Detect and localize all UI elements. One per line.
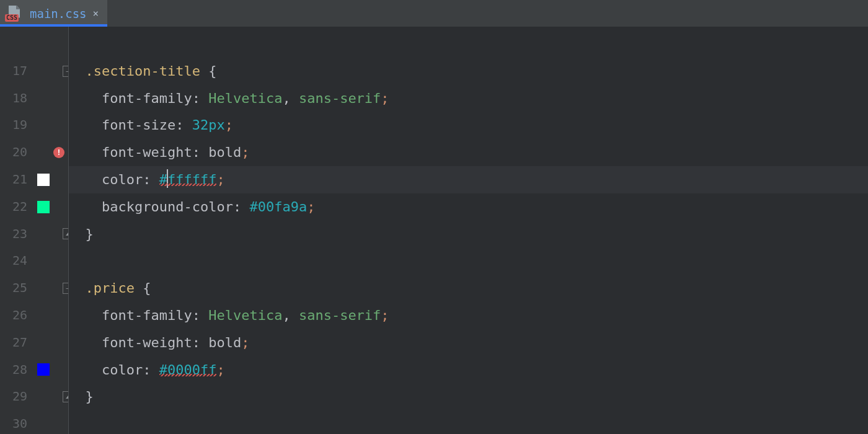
code-line[interactable]: background-color: #00fa9a; [69,193,868,221]
close-icon[interactable]: × [93,7,99,19]
error-bulb-icon[interactable]: ! [53,147,64,158]
tab-bar: CSS main.css × [0,0,868,27]
code-line[interactable]: font-size: 32px; [69,112,868,139]
css-file-icon: CSS [5,6,24,22]
code-line[interactable] [69,30,868,58]
color-swatch[interactable] [37,201,50,213]
code-line[interactable]: font-weight: bold; [69,139,868,166]
code-line[interactable]: font-family: Helvetica, sans-serif; [69,85,868,112]
color-swatch[interactable] [37,363,50,376]
gutter-line-numbers: 17 18 19 20 21 22 23 24 25 26 27 28 29 3… [0,27,33,434]
fold-icon[interactable] [63,283,68,294]
code-line-active[interactable]: color: #ffffff; [69,166,868,193]
code-line[interactable]: font-family: Helvetica, sans-serif; [69,302,868,329]
code-line[interactable] [69,247,868,275]
color-swatch[interactable] [37,174,50,186]
code-line[interactable] [69,410,868,434]
code-line[interactable]: } [69,383,868,410]
code-line[interactable]: .price { [69,275,868,302]
tab-filename: main.css [30,7,87,20]
code-area[interactable]: .section-title { font-family: Helvetica,… [68,27,868,434]
code-line[interactable]: } [69,221,868,248]
fold-end-icon[interactable] [63,391,68,402]
code-line[interactable]: color: #0000ff; [69,356,868,384]
tab[interactable]: CSS main.css × [0,0,107,27]
code-line[interactable]: .section-title { [69,58,868,85]
fold-icon[interactable] [63,66,68,77]
gutter-icons: ! [33,27,68,434]
code-line[interactable]: font-weight: bold; [69,329,868,356]
fold-end-icon[interactable] [63,228,68,239]
editor: 17 18 19 20 21 22 23 24 25 26 27 28 29 3… [0,27,868,434]
